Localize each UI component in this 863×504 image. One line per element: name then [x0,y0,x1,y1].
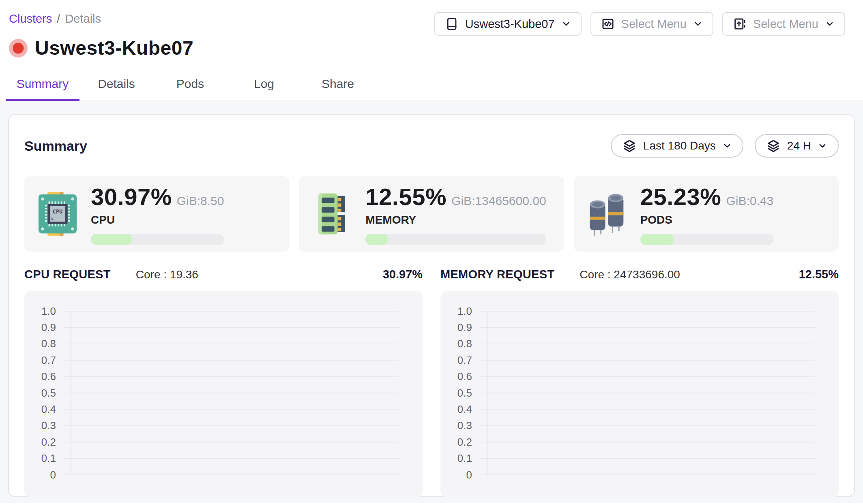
menu-select-dropdown-2[interactable]: Select Menu [722,12,845,36]
cpu-request-title: CPU REQUEST [24,268,111,281]
pods-unit: GiB:0.43 [726,194,773,208]
tab-pods[interactable]: Pods [153,71,227,100]
gridline [479,458,815,459]
cpu-progress-track [91,234,224,245]
y-tick-label: 0.5 [38,387,63,399]
svg-text:CPU: CPU [53,209,62,215]
cluster-select-label: Uswest3-Kube07 [465,17,555,31]
tab-details[interactable]: Details [79,71,153,100]
cpu-percent: 30.97% [91,183,172,210]
summary-header: Summary Last 180 Days [24,134,839,158]
gridline [63,360,399,361]
pods-stat-card: 25.23% GiB:0.43 PODS [574,176,839,252]
tab-summary[interactable]: Summary [6,71,79,100]
gridline [479,393,815,393]
gridline [479,376,815,377]
cpu-label: CPU [91,214,224,226]
memory-request-title: MEMORY REQUEST [440,268,554,281]
memory-unit: GiB:13465600.00 [451,194,546,208]
cluster-status-indicator [9,39,28,58]
page-header: Clusters / Details Uswest3-Kube07 [0,0,863,59]
stats-row: CPU 30.97% GiB:8.50 CPU [24,176,839,252]
memory-ram-icon [309,191,355,237]
y-tick-label: 0.2 [38,436,63,448]
gridline [63,474,399,475]
breadcrumb-clusters-link[interactable]: Clusters [9,12,52,26]
title-row: Uswest3-Kube07 [9,37,845,59]
cpu-progress-fill [91,234,132,245]
memory-request-chart: 1.00.90.80.70.60.50.40.30.20.10 [440,291,839,498]
memory-progress-track [365,234,546,245]
layers-icon [766,139,781,153]
gridline [479,360,815,361]
cpu-unit: GiB:8.50 [177,194,224,208]
book-icon [445,17,459,31]
cpu-request-plot: 1.00.90.80.70.60.50.40.30.20.10 [38,311,399,475]
layers-icon [622,139,637,153]
y-tick-label: 0.6 [38,370,63,383]
gridline [63,393,399,393]
chevron-down-icon [722,141,732,151]
y-tick-label: 0.5 [454,387,479,399]
y-tick-label: 0 [454,469,479,481]
gridline [63,311,399,312]
y-tick-label: 0.7 [38,354,63,367]
gridline [63,409,399,410]
pods-progress-fill [640,234,674,245]
memory-request-chart-header: MEMORY REQUEST Core : 24733696.00 12.55% [440,268,839,281]
memory-percent: 12.55% [365,183,447,210]
memory-stat-card: 12.55% GiB:13465600.00 MEMORY [299,176,564,252]
tab-share[interactable]: Share [301,71,375,100]
pods-label: PODS [640,214,773,226]
chevron-down-icon [561,19,571,29]
y-tick-label: 0 [38,469,63,481]
gridline [479,474,815,475]
interval-dropdown[interactable]: 24 H [755,134,839,158]
pods-progress-track [640,234,773,245]
chevron-down-icon [825,19,835,29]
date-range-dropdown[interactable]: Last 180 Days [611,134,743,158]
code-icon [601,17,615,31]
gridline [479,442,815,442]
gridline [63,425,399,426]
memory-request-percent: 12.55% [799,268,839,281]
gridline [479,311,815,312]
cpu-stat-body: 30.97% GiB:8.50 CPU [91,183,224,245]
y-tick-label: 0.6 [454,370,479,383]
cpu-request-chart: 1.00.90.80.70.60.50.40.30.20.10 [24,291,423,498]
menu-select-dropdown-1[interactable]: Select Menu [590,12,713,36]
charts-row: CPU REQUEST Core : 19.36 30.97% 1.00.90.… [24,268,839,498]
menu-select-label-1: Select Menu [621,17,687,31]
memory-progress-fill [365,234,388,245]
gridline [479,327,815,328]
y-tick-label: 0.4 [38,403,63,416]
gridline [63,376,399,377]
tab-bar: Summary Details Pods Log Share [0,71,863,101]
gridline [479,344,815,344]
memory-request-plot: 1.00.90.80.70.60.50.40.30.20.10 [454,311,815,475]
y-tick-label: 0.1 [38,452,63,465]
y-tick-label: 0.4 [454,403,479,416]
summary-filters: Last 180 Days 24 H [611,134,839,158]
pods-percent: 25.23% [640,183,721,210]
summary-card: Summary Last 180 Days [8,114,855,497]
y-tick-label: 0.1 [454,452,479,465]
breadcrumb-separator: / [57,12,60,26]
y-tick-label: 0.8 [38,337,63,350]
gridline [63,442,399,442]
y-tick-label: 0.8 [454,337,479,350]
pods-stat-body: 25.23% GiB:0.43 PODS [640,183,773,245]
y-tick-label: 0.3 [38,419,63,432]
export-icon [733,17,747,31]
y-tick-label: 0.9 [454,321,479,334]
cluster-details-page: Clusters / Details Uswest3-Kube07 [0,0,863,504]
tab-log[interactable]: Log [227,71,301,100]
memory-stat-body: 12.55% GiB:13465600.00 MEMORY [365,183,546,245]
cpu-stat-card: CPU 30.97% GiB:8.50 CPU [24,176,289,252]
memory-request-chart-section: MEMORY REQUEST Core : 24733696.00 12.55%… [440,268,839,498]
y-tick-label: 0.9 [38,321,63,334]
content-area: Summary Last 180 Days [0,101,863,503]
summary-section-title: Summary [24,138,87,154]
cluster-select-dropdown[interactable]: Uswest3-Kube07 [434,12,582,36]
header-actions: Uswest3-Kube07 Select Menu [434,12,845,36]
